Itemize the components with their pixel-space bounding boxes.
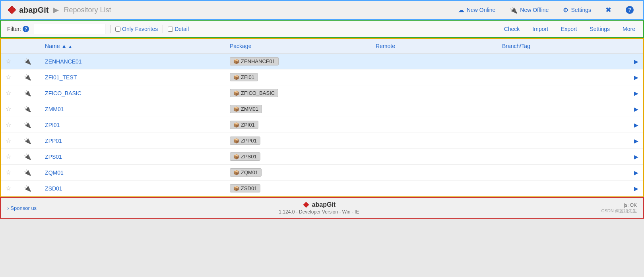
name-cell: ZQM01 — [40, 165, 225, 181]
branch-cell — [497, 85, 624, 101]
package-badge[interactable]: 📦 ZPS01 — [230, 152, 260, 161]
favorite-star[interactable]: ☆ — [6, 137, 11, 144]
favorite-star[interactable]: ☆ — [6, 153, 11, 160]
row-arrow[interactable]: ▶ — [624, 165, 643, 181]
favorite-cell: ☆ — [1, 149, 19, 165]
package-cell: 📦 ZSD01 — [225, 181, 371, 196]
package-badge[interactable]: 📦 ZPI01 — [230, 121, 258, 129]
detail-checkbox-label[interactable]: Detail — [168, 26, 189, 32]
repo-name-link[interactable]: ZENHANCE01 — [45, 58, 82, 65]
branch-cell — [497, 54, 624, 69]
detail-checkbox[interactable] — [168, 27, 173, 32]
plug-cell: 🔌 — [19, 149, 40, 165]
repo-name-link[interactable]: ZQM01 — [45, 169, 64, 176]
gear-icon: ⚙ — [563, 6, 568, 14]
favorite-star[interactable]: ☆ — [6, 106, 11, 112]
remote-cell — [371, 181, 497, 196]
plug-cell: 🔌 — [19, 181, 40, 196]
table-row: ☆ 🔌 ZMM01 📦 ZMM01 ▶ — [1, 101, 643, 117]
table-row: ☆ 🔌 ZSD01 📦 ZSD01 ▶ — [1, 181, 643, 196]
more-button[interactable]: More — [621, 25, 637, 33]
filter-input[interactable] — [34, 24, 105, 34]
favorite-star[interactable]: ☆ — [6, 169, 11, 176]
name-cell: ZSD01 — [40, 181, 225, 196]
package-badge[interactable]: 📦 ZENHANCE01 — [230, 57, 279, 65]
package-badge[interactable]: 📦 ZSD01 — [230, 184, 260, 192]
name-cell: ZMM01 — [40, 101, 225, 117]
col-header-name[interactable]: Name ▲ — [40, 39, 225, 54]
branch-cell — [497, 165, 624, 181]
favorite-star[interactable]: ☆ — [6, 74, 11, 81]
branch-cell — [497, 149, 624, 165]
settings-button[interactable]: ⚙ Settings — [560, 5, 594, 15]
plug-cell: 🔌 — [19, 133, 40, 149]
new-online-button[interactable]: ☁ New Online — [455, 5, 499, 15]
repo-name-link[interactable]: ZPP01 — [45, 138, 62, 144]
footer-version: 1.124.0 - Developer Version - Win - IE — [37, 209, 601, 215]
plug-cell: 🔌 — [19, 101, 40, 117]
favorite-cell: ☆ — [1, 181, 19, 196]
footer-logo-icon — [303, 201, 310, 208]
svg-marker-0 — [8, 6, 16, 14]
row-arrow[interactable]: ▶ — [624, 133, 643, 149]
help-button[interactable]: ? — [623, 4, 637, 15]
row-arrow[interactable]: ▶ — [624, 101, 643, 117]
package-badge[interactable]: 📦 ZFI01 — [230, 73, 258, 81]
row-arrow[interactable]: ▶ — [624, 117, 643, 133]
package-icon: 📦 — [233, 186, 239, 191]
only-favorites-checkbox[interactable] — [115, 27, 120, 32]
favorite-cell: ☆ — [1, 69, 19, 85]
breadcrumb-separator: ▶ — [53, 6, 59, 14]
watermark: CSDN @蓝祯先生 — [601, 208, 637, 214]
row-arrow[interactable]: ▶ — [624, 181, 643, 196]
col-header-package[interactable]: Package — [225, 39, 371, 54]
favorite-star[interactable]: ☆ — [6, 121, 11, 128]
plug-icon: 🔌 — [510, 6, 518, 14]
repo-name-link[interactable]: ZPS01 — [45, 154, 62, 160]
favorite-cell: ☆ — [1, 54, 19, 69]
package-cell: 📦 ZQM01 — [225, 165, 371, 181]
js-status: js: OK — [601, 202, 637, 208]
favorite-star[interactable]: ☆ — [6, 58, 11, 65]
only-favorites-label: Only Favorites — [122, 26, 158, 32]
tools-button[interactable]: ✖ — [602, 4, 615, 16]
check-button[interactable]: Check — [502, 25, 522, 33]
repo-name-link[interactable]: ZFI01_TEST — [45, 74, 77, 81]
app-name: abapGit — [19, 6, 48, 15]
package-icon: 📦 — [233, 59, 239, 64]
package-icon: 📦 — [233, 106, 239, 112]
repository-table: Name ▲ Package Remote Branch/Tag ☆ 🔌 ZEN… — [1, 39, 643, 196]
package-badge[interactable]: 📦 ZMM01 — [230, 105, 262, 113]
filter-help-icon[interactable]: ? — [23, 26, 29, 32]
row-arrow[interactable]: ▶ — [624, 69, 643, 85]
only-favorites-checkbox-label[interactable]: Only Favorites — [115, 26, 158, 32]
row-arrow[interactable]: ▶ — [624, 85, 643, 101]
favorite-star[interactable]: ☆ — [6, 185, 11, 192]
row-arrow[interactable]: ▶ — [624, 54, 643, 69]
remote-cell — [371, 69, 497, 85]
repo-name-link[interactable]: ZMM01 — [45, 106, 64, 112]
repo-type-icon: 🔌 — [24, 106, 31, 112]
sponsor-link[interactable]: › Sponsor us — [7, 205, 37, 211]
repo-name-link[interactable]: ZSD01 — [45, 185, 62, 192]
package-badge[interactable]: 📦 ZQM01 — [230, 168, 262, 177]
package-cell: 📦 ZMM01 — [225, 101, 371, 117]
row-arrow[interactable]: ▶ — [624, 149, 643, 165]
new-offline-button[interactable]: 🔌 New Offline — [506, 5, 552, 15]
import-button[interactable]: Import — [531, 25, 550, 33]
export-button[interactable]: Export — [559, 25, 578, 33]
package-badge[interactable]: 📦 ZFICO_BASIC — [230, 89, 278, 97]
filter-actions: Check Import Export Settings More — [502, 25, 637, 33]
name-cell: ZPP01 — [40, 133, 225, 149]
package-badge[interactable]: 📦 ZPP01 — [230, 137, 260, 145]
branch-cell — [497, 101, 624, 117]
filter-settings-button[interactable]: Settings — [588, 25, 612, 33]
repository-table-area: Name ▲ Package Remote Branch/Tag ☆ 🔌 ZEN… — [0, 38, 644, 197]
repo-name-link[interactable]: ZPI01 — [45, 122, 60, 128]
repo-name-link[interactable]: ZFICO_BASIC — [45, 90, 81, 96]
package-cell: 📦 ZPI01 — [225, 117, 371, 133]
col-header-remote[interactable]: Remote — [371, 39, 497, 54]
favorite-star[interactable]: ☆ — [6, 90, 11, 96]
tools-icon: ✖ — [605, 6, 611, 14]
col-header-branch[interactable]: Branch/Tag — [497, 39, 624, 54]
